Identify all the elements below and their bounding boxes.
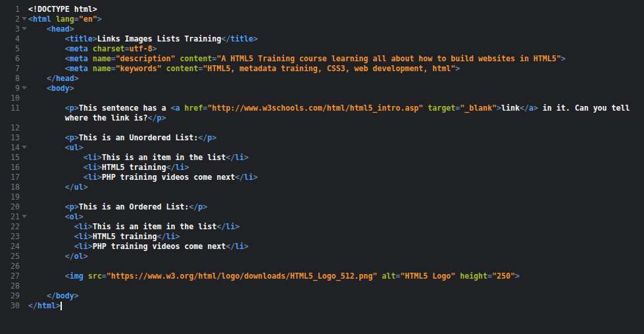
code-line[interactable]: 22 <li>This is an item in the list</li> [0,221,644,231]
code-token [28,212,65,221]
code-token: > [74,74,79,83]
code-line[interactable]: 24 <li>PHP training videos come next</li… [0,241,644,251]
line-number[interactable]: 1 [0,5,20,14]
line-number[interactable]: 26 [0,262,20,271]
code-line[interactable]: 28 [0,281,644,291]
line-number[interactable]: 27 [0,271,20,281]
code-token: > [79,212,84,221]
fold-arrow[interactable] [20,211,28,221]
code-token: > [152,44,157,53]
code-line[interactable]: 27 <img src="https://www.w3.org/html/log… [0,271,644,281]
editor-window: { "editor": { "app": "code-editor", "lan… [0,0,644,334]
line-number[interactable]: 25 [0,252,20,261]
code-line[interactable]: 26 [0,261,644,271]
code-line[interactable]: 7 <meta name="keywords" content="HTML5, … [0,63,644,73]
code-text: <meta name="description" content="A HTML… [28,54,566,63]
code-line[interactable]: 10 [0,93,644,103]
fold-gutter [20,192,28,202]
line-number[interactable]: 4 [0,34,20,43]
line-number[interactable]: 15 [0,153,20,162]
fold-arrow[interactable] [20,83,28,93]
code-line[interactable]: 1<!DOCTYPE html> [0,4,644,14]
code-token [28,222,74,231]
code-token: This is an item in the list [93,222,216,231]
line-number[interactable]: 3 [0,24,20,34]
code-line[interactable]: 3 <head> [0,24,644,34]
code-line[interactable]: 5 <meta charset=utf-8> [0,43,644,53]
code-line[interactable]: 15 <li>This is an item in the list</li> [0,152,644,162]
code-line[interactable]: 9 <body> [0,83,644,93]
code-token: </ [157,232,166,241]
code-text: <li>PHP training videos come next</li> [28,173,258,182]
code-token [28,252,65,261]
code-token [28,153,84,162]
code-token: </ [28,301,37,310]
code-line[interactable]: 25 </ol> [0,251,644,261]
code-line[interactable]: 12 [0,123,644,132]
line-number[interactable]: 24 [0,242,20,251]
code-line[interactable]: 11 <p>This sentence has a <a href="http:… [0,103,644,113]
code-line[interactable]: 30</html> [0,300,644,310]
code-text: </ul> [28,182,88,192]
code-token: lang [51,14,74,24]
line-number[interactable]: 16 [0,163,20,172]
code-line[interactable]: 13 <p>This is an Unordered List:</p> [0,132,644,142]
code-line[interactable]: 8 </head> [0,73,644,83]
code-token: "http://www.w3schools.com/html/html5_int… [207,103,423,113]
code-line[interactable]: 21 <ol> [0,211,644,221]
code-text: <body> [28,84,74,93]
line-number[interactable]: 20 [0,202,20,211]
code-token: "en" [79,14,97,24]
line-number[interactable]: 12 [0,123,20,132]
code-text: <ul> [28,143,84,152]
code-token: < [65,212,70,221]
fold-arrow[interactable] [20,24,28,34]
line-number[interactable]: 29 [0,291,20,300]
code-line[interactable]: 20 <p>This is an Ordered List:</p> [0,202,644,211]
code-line[interactable]: 23 <li>HTML5 training</li> [0,231,644,241]
code-line[interactable]: 2<html lang="en"> [0,14,644,24]
line-number[interactable]: 30 [0,301,20,310]
code-line[interactable]: 19 [0,192,644,202]
code-line[interactable]: 14 <ul> [0,142,644,152]
line-number[interactable]: 2 [0,14,20,24]
line-number[interactable]: 5 [0,44,20,53]
line-number[interactable]: 11 [0,103,20,113]
code-line[interactable]: 17 <li>PHP training videos come next</li… [0,172,644,182]
fold-gutter [20,93,28,103]
code-token [28,182,65,192]
line-number[interactable]: 21 [0,212,20,221]
fold-gutter [20,132,28,142]
line-number[interactable]: 13 [0,133,20,142]
line-number[interactable]: 17 [0,173,20,182]
code-line[interactable]: where the link is?</p> [0,113,644,123]
code-line[interactable]: 18 </ul> [0,182,644,192]
code-token: > [88,242,93,251]
code-token: content [161,64,198,73]
line-number[interactable]: 7 [0,64,20,73]
text-caret [61,302,62,310]
code-line[interactable]: 6 <meta name="description" content="A HT… [0,53,644,63]
line-number[interactable]: 14 [0,143,20,152]
line-number[interactable]: 19 [0,192,20,202]
code-token: target [423,103,455,113]
fold-arrow[interactable] [20,142,28,152]
line-number[interactable]: 6 [0,54,20,63]
line-number[interactable]: 18 [0,182,20,192]
code-token: link [501,103,520,113]
fold-arrow[interactable] [20,14,28,24]
code-line[interactable]: 29 </body> [0,291,644,300]
code-token: html [33,14,51,24]
code-line[interactable]: 4 <title>Links Images Lists Training</ti… [0,34,644,43]
code-line[interactable]: 16 <li>HTML5 training</li> [0,162,644,172]
code-token: name [88,64,111,73]
code-token: </ [198,133,207,142]
line-number[interactable]: 9 [0,84,20,93]
code-token: "HTML5, metadata training, CSS3, web dev… [203,64,455,73]
line-number[interactable]: 8 [0,74,20,83]
line-number[interactable]: 23 [0,232,20,241]
code-token: = [487,271,492,281]
line-number[interactable]: 28 [0,281,20,291]
line-number[interactable]: 22 [0,222,20,231]
line-number[interactable]: 10 [0,94,20,103]
